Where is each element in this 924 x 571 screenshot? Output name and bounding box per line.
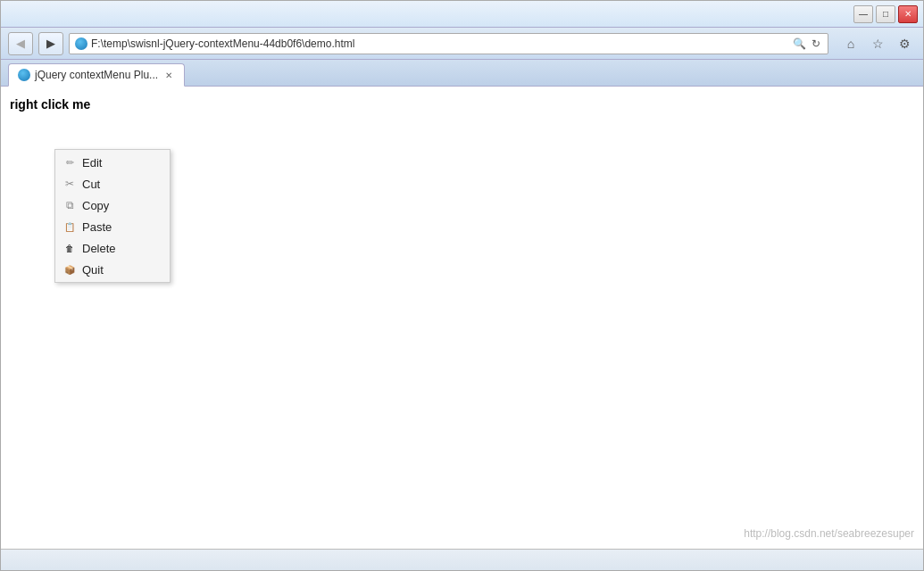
minimize-button[interactable]: — [853, 5, 873, 23]
back-button[interactable]: ◀ [8, 32, 33, 55]
tab-0[interactable]: jQuery contextMenu Plu... ✕ [8, 63, 185, 87]
refresh-button[interactable]: ↻ [810, 37, 822, 50]
tab-favicon [18, 69, 30, 81]
address-search-icon[interactable]: 🔍 [793, 37, 806, 50]
title-bar-controls: — □ ✕ [853, 5, 918, 23]
context-menu-item-cut[interactable]: Cut [55, 173, 170, 194]
context-menu-label-quit: Quit [82, 263, 104, 277]
tab-bar: jQuery contextMenu Plu... ✕ [1, 60, 923, 87]
address-favicon [75, 37, 87, 50]
context-menu-item-delete[interactable]: Delete [55, 237, 170, 259]
tab-label: jQuery contextMenu Plu... [35, 69, 158, 81]
context-menu-item-paste[interactable]: Paste [55, 216, 170, 237]
title-bar: — □ ✕ [1, 1, 923, 28]
nav-right-icons: ⌂ ☆ ⚙ [839, 33, 916, 54]
context-menu-item-quit[interactable]: Quit [55, 259, 170, 280]
watermark: http://blog.csdn.net/seabreezesuper [744, 527, 914, 540]
close-button[interactable]: ✕ [898, 5, 918, 23]
context-menu: Edit Cut Copy Paste Delete Quit [54, 149, 171, 283]
address-text: F:\temp\swisnl-jQuery-contextMenu-44db0f… [91, 37, 789, 50]
maximize-button[interactable]: □ [876, 5, 895, 23]
context-menu-item-edit[interactable]: Edit [55, 152, 170, 173]
context-menu-label-paste: Paste [82, 220, 112, 234]
quit-icon [62, 262, 77, 277]
address-bar: F:\temp\swisnl-jQuery-contextMenu-44db0f… [69, 33, 828, 54]
page-content: right click me Edit Cut Copy Paste Delet… [1, 87, 923, 549]
paste-icon [62, 219, 77, 234]
cut-icon [62, 177, 77, 191]
page-body-text: right click me [10, 97, 90, 112]
browser-window: — □ ✕ ◀ ▶ F:\temp\swisnl-jQuery-contextM… [0, 0, 924, 571]
home-button[interactable]: ⌂ [839, 33, 862, 54]
tab-close-button[interactable]: ✕ [162, 69, 175, 81]
edit-icon [62, 155, 77, 170]
context-menu-label-cut: Cut [82, 178, 100, 191]
status-bar [1, 549, 923, 570]
copy-icon [62, 198, 77, 212]
delete-icon [62, 241, 77, 255]
favorites-button[interactable]: ☆ [866, 33, 889, 54]
forward-button[interactable]: ▶ [38, 32, 63, 55]
context-menu-label-copy: Copy [82, 199, 109, 212]
context-menu-label-edit: Edit [82, 156, 102, 170]
nav-bar: ◀ ▶ F:\temp\swisnl-jQuery-contextMenu-44… [1, 28, 923, 60]
tools-button[interactable]: ⚙ [893, 33, 916, 54]
context-menu-item-copy[interactable]: Copy [55, 194, 170, 216]
context-menu-label-delete: Delete [82, 242, 116, 255]
